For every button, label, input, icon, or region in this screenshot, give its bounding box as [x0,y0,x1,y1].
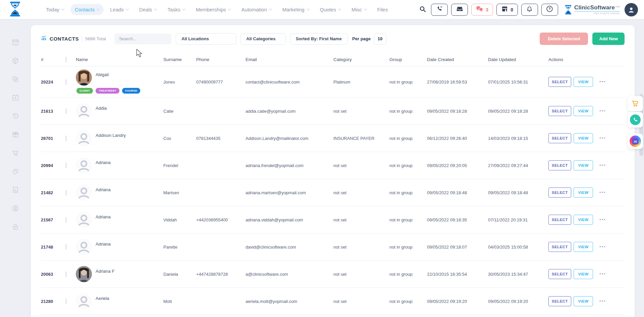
view-button[interactable]: VIEW [574,106,593,116]
contact-id: 20063 [41,272,66,277]
app-logo-hourglass-icon[interactable] [9,1,21,18]
select-all-checkbox[interactable] [66,57,66,62]
view-button[interactable]: VIEW [574,77,593,87]
view-button[interactable]: VIEW [574,215,593,225]
nav-item-deals[interactable]: Deals [135,4,161,15]
notifications-button[interactable] [521,4,538,16]
contact-avatar[interactable] [76,69,92,86]
search-icon[interactable] [419,5,426,14]
ai-float-button[interactable]: AI [628,134,643,149]
vouchers-icon[interactable] [12,168,19,175]
account-icon[interactable] [12,205,19,212]
bookings-icon[interactable] [12,94,19,101]
store-button[interactable]: 0 [496,4,518,16]
contact-avatar[interactable] [76,184,92,201]
per-page-label: Per page [352,36,371,41]
contact-email: david@clinicsoftware.com [246,245,333,250]
contact-category: not set [333,190,389,195]
select-button[interactable]: SELECT [548,296,571,306]
calendar-icon[interactable]: 12 [12,39,19,46]
row-checkbox[interactable] [66,108,66,114]
row-checkbox[interactable] [66,190,66,196]
contact-group: not in group [389,272,427,277]
contact-avatar[interactable] [76,239,92,255]
row-checkbox[interactable] [66,244,66,250]
contact-avatar[interactable] [76,266,92,282]
search-input[interactable] [119,36,178,41]
brand-logo[interactable]: ClinicSoftware.com TEN STEPS AHEAD [564,5,620,15]
row-checkbox[interactable] [66,79,66,85]
history-icon[interactable] [12,112,19,120]
view-button[interactable]: VIEW [574,160,593,170]
chat-button[interactable]: 3 [471,4,493,16]
table-body: 20224 Abigail CLIENTTREATMENTCOURSE Jone… [41,66,625,315]
chevron-down-icon [338,7,341,10]
nav-item-quotes[interactable]: Quotes [316,4,345,15]
user-avatar[interactable] [625,3,638,16]
brand-name: ClinicSoftware [574,4,615,11]
nav-item-marketing[interactable]: Marketing [278,4,314,15]
view-button[interactable]: VIEW [574,269,593,279]
contact-surname: Parette [163,245,196,250]
view-button[interactable]: VIEW [574,242,593,252]
select-button[interactable]: SELECT [548,215,571,225]
nav-item-tasks[interactable]: Tasks [163,4,189,15]
categories-select[interactable]: All Categories [240,33,286,45]
select-button[interactable]: SELECT [548,269,571,279]
nav-item-files[interactable]: Files [373,4,392,15]
reports-icon[interactable] [12,186,19,194]
select-button[interactable]: SELECT [548,133,571,143]
nav-item-contacts[interactable]: Contacts [70,4,104,15]
row-checkbox[interactable] [66,163,66,168]
nav-item-leads[interactable]: Leads [106,4,133,15]
cart-float-button[interactable] [628,96,643,111]
select-button[interactable]: SELECT [548,106,571,116]
select-button[interactable]: SELECT [548,77,571,87]
row-checkbox[interactable] [66,271,66,277]
view-button[interactable]: VIEW [574,296,593,306]
contacts-search[interactable] [114,34,171,44]
row-checkbox[interactable] [66,299,66,304]
contact-avatar[interactable] [76,130,92,146]
contact-group: not in group [389,109,427,114]
select-button[interactable]: SELECT [548,160,571,170]
view-button[interactable]: VIEW [574,133,593,143]
table-row: 20224 Abigail CLIENTTREATMENTCOURSE Jone… [41,66,625,98]
locations-select[interactable]: All Locations [176,33,236,45]
nav-item-memberships[interactable]: Memberships [192,4,235,15]
sort-select[interactable]: Sorted By: First Name [290,33,348,45]
divider [82,36,82,42]
select-button[interactable]: SELECT [548,242,571,252]
contact-phone: +447428878728 [196,272,246,277]
table-row: 21482 Adriana Martsen adriana.martsen@yo… [41,179,625,206]
phone-button[interactable] [431,4,448,16]
contact-avatar[interactable] [76,293,92,309]
contact-avatar[interactable] [76,212,92,228]
copy-icon[interactable] [12,75,19,83]
select-button[interactable]: SELECT [548,188,571,198]
packages-icon[interactable] [12,57,19,64]
delete-selected-button[interactable]: Delete Selected [540,33,588,45]
help-button[interactable]: ? [541,4,558,16]
nav-item-automation[interactable]: Automation [237,4,276,15]
tag-badge-treatment[interactable]: TREATMENT [95,87,120,94]
cart-icon[interactable] [12,149,19,157]
contact-avatar[interactable] [76,157,92,173]
nav-item-misc[interactable]: Misc [347,4,371,15]
add-new-button[interactable]: Add New [592,33,625,45]
nav-item-today[interactable]: Today [42,4,68,15]
column-header: Name [76,57,163,62]
tag-badge-client[interactable]: CLIENT [76,87,94,94]
filter-bar: CONTACTS 5688 Total All Locations All Ca… [31,25,635,45]
contact-name: Adriana [96,187,111,192]
row-checkbox[interactable] [66,136,66,141]
per-page-input[interactable]: 10 [374,33,386,45]
contact-avatar[interactable] [76,103,92,119]
inbox-button[interactable] [451,4,468,16]
gifts-icon[interactable] [12,131,19,138]
row-checkbox[interactable] [66,217,66,223]
whatsapp-float-button[interactable] [628,112,643,127]
view-button[interactable]: VIEW [574,188,593,198]
tag-badge-course[interactable]: COURSE [121,87,141,94]
lock-icon[interactable] [12,223,19,230]
